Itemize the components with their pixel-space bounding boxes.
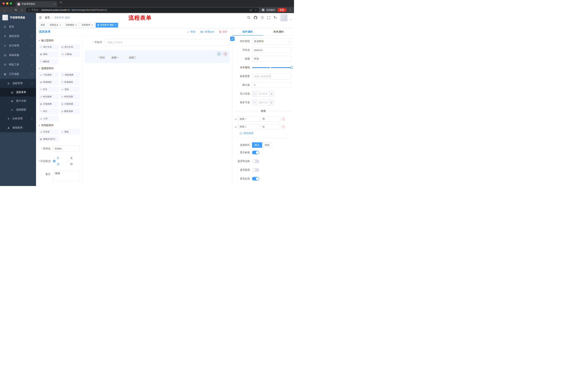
field-name-input[interactable] — [252, 47, 292, 53]
sidebar-item-infrastructure[interactable]: ▤ 基础设施 — [0, 50, 36, 60]
form-canvas[interactable]: 手机号 — [82, 35, 232, 186]
browser-menu-icon[interactable]: ⋮ — [289, 8, 292, 12]
sidebar-item-user-group[interactable]: ☻ 用户分组 — [0, 97, 36, 105]
close-icon[interactable]: × — [75, 24, 77, 26]
close-icon[interactable]: × — [115, 24, 116, 26]
font-size-icon[interactable]: TT — [274, 16, 277, 19]
add-option-button[interactable]: + 添加选项 — [240, 132, 292, 135]
palette-item-select[interactable]: ◎下拉选择 — [39, 72, 59, 78]
disabled-toggle[interactable] — [252, 168, 259, 172]
palette-item-switch[interactable]: ⊙开关 — [39, 86, 59, 92]
option-1-value-input[interactable] — [261, 116, 280, 122]
view-json-button[interactable]: 查看json — [200, 30, 214, 33]
sidebar-item-process-mgmt[interactable]: ≣ 流程管理 — [0, 79, 36, 88]
palette-item-radio-group[interactable]: ◉单选框组 — [39, 79, 59, 85]
sidebar-collapse-icon[interactable]: ☰ — [39, 16, 42, 20]
tag-process-form-edit[interactable]: 流程表单-编辑 × — [96, 23, 118, 28]
grid-slider[interactable] — [252, 65, 292, 70]
breadcrumb-home[interactable]: 首页 — [45, 16, 50, 19]
option-2-name-input[interactable] — [238, 124, 259, 129]
browser-update-button[interactable]: 更新 — [277, 8, 286, 12]
palette-item-counter[interactable]: 123计数器 — [60, 51, 80, 57]
form-name-input[interactable] — [53, 146, 80, 151]
close-window-button[interactable] — [2, 2, 5, 5]
palette-item-time-picker[interactable]: ◷时间选择 — [39, 94, 59, 100]
border-toggle[interactable] — [252, 159, 259, 163]
min-select-value[interactable]: 至少应选 — [257, 91, 269, 96]
password-key-icon[interactable] — [250, 9, 252, 11]
sidebar-item-devtools[interactable]: ⚒ 研发工具 — [0, 60, 36, 69]
sidebar-item-leave-query[interactable]: ♟ 请假查询 — [0, 123, 36, 132]
help-icon[interactable]: ? — [261, 16, 264, 19]
remove-option-button[interactable]: − — [282, 125, 285, 128]
tab-form-props[interactable]: 表单属性 — [263, 28, 294, 35]
close-icon[interactable]: × — [60, 24, 61, 26]
status-on-radio[interactable]: 开启 — [53, 155, 62, 167]
sidebar-item-home[interactable]: ⊞ 首页 — [0, 22, 36, 32]
back-icon[interactable]: ← — [2, 9, 6, 12]
palette-item-single-text[interactable]: ▭单行文本 — [39, 44, 59, 50]
remove-option-button[interactable]: − — [282, 117, 285, 121]
forward-icon[interactable]: → — [8, 9, 12, 12]
label-width-input[interactable] — [252, 73, 292, 79]
palette-item-button[interactable]: ▢按钮 — [60, 129, 80, 135]
sidebar-item-workflow[interactable]: ▣ 工作流程 — [0, 69, 36, 79]
remark-textarea[interactable]: 嘿嘿 — [53, 171, 80, 181]
palette-item-row-container[interactable]: ◫行容器 — [39, 129, 59, 135]
option-1-name-input[interactable] — [238, 116, 259, 122]
palette-item-cascader[interactable]: ⌥级联选择 — [60, 72, 80, 78]
tag-process-model[interactable]: 流程模型 × — [64, 23, 79, 28]
browser-tab[interactable]: 芋道管理系统 × — [16, 1, 57, 7]
required-toggle[interactable] — [252, 177, 259, 181]
increase-button[interactable]: + — [269, 91, 274, 96]
palette-item-slider[interactable]: ⊷滑块 — [60, 86, 80, 92]
max-select-value[interactable]: 最多可选 — [257, 100, 269, 105]
palette-item-date-picker[interactable]: ▦日期选择 — [39, 101, 59, 107]
drag-handle-icon[interactable]: ≡ — [235, 125, 237, 128]
reload-icon[interactable]: ↻ — [14, 8, 18, 12]
sidebar-item-payment[interactable]: ¥ 支付管理 — [0, 41, 36, 50]
delete-widget-button[interactable] — [223, 52, 227, 56]
tag-process-form[interactable]: 流程表单 × — [80, 23, 94, 28]
palette-item-editor[interactable]: ✎编辑器 — [39, 59, 59, 64]
palette-item-rate[interactable]: ☆评分 — [39, 108, 59, 114]
palette-item-table[interactable]: ▩表格[开发中] — [39, 136, 59, 142]
status-off-radio[interactable]: 关闭 — [66, 155, 75, 167]
drag-handle-icon[interactable]: ≡ — [235, 117, 237, 121]
default-value-input[interactable] — [252, 82, 292, 88]
palette-item-time-range[interactable]: ◴时间范围 — [60, 94, 80, 100]
palette-item-date-range[interactable]: ▥日期范围 — [60, 101, 80, 107]
decrease-button[interactable]: − — [252, 100, 257, 105]
palette-item-password[interactable]: ▣密码 — [39, 51, 59, 57]
github-icon[interactable] — [254, 16, 257, 19]
link-anchor-button[interactable] — [230, 37, 234, 41]
save-button[interactable]: ✓ 保存 — [187, 30, 196, 33]
tab-close-icon[interactable]: × — [54, 3, 55, 6]
slider-handle[interactable] — [290, 66, 293, 69]
fullscreen-icon[interactable] — [267, 16, 270, 19]
home-icon[interactable]: ⌂ — [20, 9, 24, 12]
sidebar-item-system-mgmt[interactable]: ⚙ 系统管理 — [0, 32, 36, 41]
bookmark-star-icon[interactable]: ☆ — [254, 9, 257, 11]
clear-button[interactable]: 清空 — [219, 30, 227, 33]
sidebar-item-task-mgmt[interactable]: ⋔ 任务管理 — [0, 114, 36, 123]
tag-process-definition[interactable]: 流程定义 × — [48, 23, 63, 28]
phone-field-row[interactable]: 手机号 — [85, 39, 230, 46]
close-icon[interactable]: × — [91, 24, 93, 26]
gender-option-2-checkbox[interactable]: 选项二 — [125, 56, 136, 59]
decrease-button[interactable]: − — [252, 91, 257, 96]
palette-item-multi-text[interactable]: ▤多行文本 — [60, 44, 80, 50]
palette-item-color-picker[interactable]: ◍颜色选择 — [60, 108, 80, 114]
palette-item-upload[interactable]: ☁上传 — [39, 116, 59, 121]
search-icon[interactable] — [247, 16, 250, 19]
new-tab-button[interactable]: + — [60, 0, 62, 4]
user-avatar[interactable] — [280, 14, 287, 21]
option-2-value-input[interactable] — [261, 124, 280, 129]
increase-button[interactable]: + — [269, 100, 274, 105]
gender-field-widget-selected[interactable]: 性别 选项一 选项二 — [85, 50, 230, 63]
palette-item-checkbox-group[interactable]: ☑多选框组 — [60, 79, 80, 85]
phone-input[interactable] — [105, 39, 230, 46]
style-default-button[interactable]: 默认 — [252, 142, 262, 148]
maximize-window-button[interactable] — [10, 2, 12, 5]
sidebar-item-process-form[interactable]: ▤ 流程表单 — [0, 88, 36, 97]
